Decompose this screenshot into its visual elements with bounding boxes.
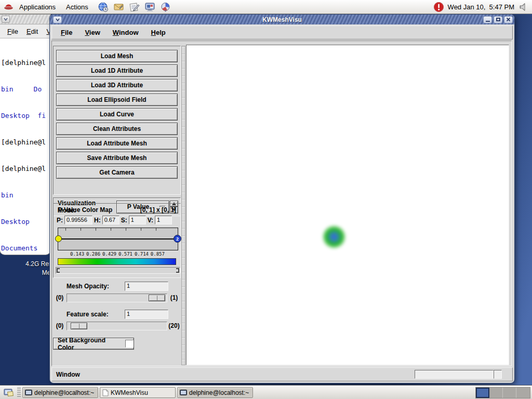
- load-ellipsoid-field-button[interactable]: Load Ellipsoid Field: [56, 94, 178, 106]
- clock[interactable]: Wed Jan 10, 5:47 PM: [448, 3, 514, 11]
- applications-menu[interactable]: Applications: [14, 3, 61, 11]
- desktop-icon-labels: 4.2G Rem Med: [0, 260, 54, 277]
- feature-scale-slider-row: (0) (20): [53, 321, 181, 330]
- menu-view[interactable]: View: [80, 27, 104, 38]
- terminal-titlebar[interactable]: [0, 15, 50, 24]
- load-3d-attribute-button[interactable]: Load 3D Attribute: [56, 79, 178, 91]
- writer-icon[interactable]: [129, 2, 140, 12]
- feature-scale-max: (20): [167, 322, 181, 329]
- document-icon: [102, 389, 109, 396]
- range-handle-left[interactable]: [57, 268, 60, 273]
- shade-button[interactable]: [2, 16, 10, 23]
- terminal-menu-view[interactable]: View: [43, 26, 50, 36]
- taskbar-item-terminal-2[interactable]: delphine@localhost:~: [177, 387, 253, 398]
- load-mesh-button[interactable]: Load Mesh: [56, 50, 178, 62]
- range-handle-right[interactable]: [176, 268, 179, 273]
- panel-divider[interactable]: [181, 46, 185, 365]
- workspace-4[interactable]: [516, 388, 530, 398]
- gnome-bottom-panel: delphine@localhost:~ KWMeshVisu delphine…: [0, 385, 532, 399]
- terminal-line: Documents: [1, 244, 50, 252]
- mesh-opacity-slider[interactable]: [66, 294, 167, 302]
- actions-menu[interactable]: Actions: [61, 3, 94, 11]
- volume-icon[interactable]: [518, 2, 529, 12]
- render-viewport[interactable]: [186, 45, 509, 365]
- colormap-title: P-Value Color Map: [58, 206, 112, 214]
- terminal-line: [delphine@l: [1, 58, 50, 67]
- desktop-icon-label[interactable]: Med: [0, 269, 54, 277]
- web-browser-icon[interactable]: [98, 2, 109, 12]
- feature-scale-field[interactable]: 1: [125, 310, 168, 319]
- workspace-pager: [475, 387, 530, 398]
- mesh-opacity-slider-row: (0) (1): [53, 293, 181, 302]
- pvalue-colormap-panel: P-Value Color Map [0, 1] x [0, 1] P: 0.9…: [53, 203, 181, 278]
- workspace-1[interactable]: [476, 388, 489, 398]
- terminal-window: File Edit View [delphine@l bin Do Deskto…: [0, 15, 50, 255]
- redhat-icon[interactable]: [3, 2, 14, 12]
- tick-label: 0.143: [70, 251, 84, 257]
- maximize-icon: [496, 18, 500, 21]
- mesh-opacity-field[interactable]: 1: [125, 282, 168, 291]
- workspace-3[interactable]: [503, 388, 516, 398]
- colormap-range-slider[interactable]: [56, 267, 180, 274]
- feature-scale-thumb[interactable]: [71, 323, 87, 329]
- gnome-top-panel: Applications Actions: [0, 0, 532, 14]
- pvalue-spot: [323, 225, 345, 248]
- background-color-swatch: [125, 340, 134, 348]
- terminal-line: [delphine@l: [1, 138, 50, 147]
- menu-file[interactable]: File: [56, 27, 77, 38]
- taskbar-item-label: delphine@localhost:~: [34, 389, 94, 396]
- close-button[interactable]: [504, 16, 513, 23]
- h-value-field[interactable]: 0.67: [102, 216, 119, 224]
- s-value-field[interactable]: 1: [129, 216, 146, 224]
- colormap-range: [0, 1] x [0, 1]: [140, 206, 176, 214]
- taskbar-item-kwmeshvisu[interactable]: KWMeshVisu: [100, 387, 176, 398]
- terminal-output[interactable]: [delphine@l bin Do Desktop fi [delphine@…: [0, 38, 50, 255]
- workspace-2[interactable]: [489, 388, 503, 398]
- tick-label: 0.429: [102, 251, 116, 257]
- curve-point-start[interactable]: [55, 235, 62, 242]
- clean-attributes-button[interactable]: Clean Attributes: [56, 123, 178, 135]
- feature-scale-slider[interactable]: [66, 322, 167, 330]
- load-curve-button[interactable]: Load Curve: [56, 108, 178, 121]
- terminal-line: Desktop: [1, 217, 50, 226]
- shade-button[interactable]: [53, 16, 62, 23]
- s-label: S:: [121, 217, 127, 224]
- screenshot-icon[interactable]: [144, 2, 155, 12]
- app-menubar: File View Window Help: [51, 25, 513, 39]
- menu-window[interactable]: Window: [108, 27, 143, 38]
- p-label: P:: [57, 217, 63, 224]
- taskbar-item-terminal-1[interactable]: delphine@localhost:~: [22, 387, 98, 398]
- terminal-menu-file[interactable]: File: [4, 26, 21, 36]
- load-attribute-mesh-button[interactable]: Load Attribute Mesh: [56, 137, 178, 150]
- show-desktop-button[interactable]: [2, 387, 16, 398]
- panel-launchers: [98, 2, 171, 12]
- get-camera-button[interactable]: Get Camera: [56, 166, 178, 179]
- email-icon[interactable]: [113, 2, 124, 12]
- curve-axis-labels: 0.143 0.286 0.429 0.571 0.714 0.857: [70, 251, 165, 257]
- feature-scale-min: (0): [53, 322, 66, 329]
- menu-help[interactable]: Help: [147, 27, 170, 38]
- v-value-field[interactable]: 1: [155, 216, 172, 224]
- desktop-icon-label[interactable]: 4.2G Rem: [0, 260, 54, 269]
- colormap-gradient-bar: [58, 258, 176, 265]
- panel-handle[interactable]: [17, 388, 21, 398]
- minimize-icon: [486, 21, 490, 22]
- set-background-color-button[interactable]: Set Background Color: [53, 338, 134, 350]
- p-value-field[interactable]: 0.99556: [64, 216, 92, 224]
- show-desktop-icon: [4, 388, 14, 397]
- mesh-opacity-max: (1): [167, 294, 181, 301]
- terminal-menu-edit[interactable]: Edit: [23, 26, 41, 36]
- save-attribute-mesh-button[interactable]: Save Attribute Mesh: [56, 152, 178, 164]
- curve-point-end[interactable]: 2: [174, 235, 181, 243]
- window-titlebar[interactable]: KWMeshVisu: [50, 15, 514, 24]
- load-1d-attribute-button[interactable]: Load 1D Attribute: [56, 64, 178, 77]
- minimize-button[interactable]: [483, 16, 492, 23]
- mesh-opacity-thumb[interactable]: [149, 295, 165, 301]
- alert-notification-icon[interactable]: [433, 2, 444, 12]
- colormap-curve-editor[interactable]: 2: [58, 228, 178, 250]
- feature-scale-label: Feature scale:: [66, 311, 109, 318]
- chevron-down-icon: [56, 18, 60, 21]
- action-button-panel: Load Mesh Load 1D Attribute Load 3D Attr…: [53, 46, 181, 195]
- presentation-icon[interactable]: [160, 2, 171, 12]
- maximize-button[interactable]: [494, 16, 502, 23]
